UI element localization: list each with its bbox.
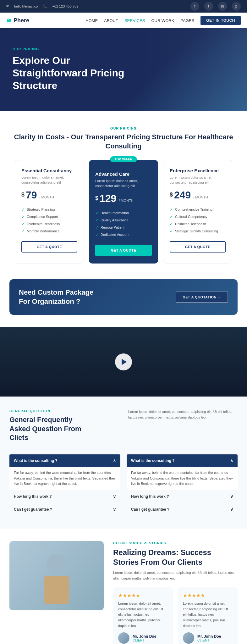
test-text-2: Lorem ipsum dolor sit amet, consectetur … bbox=[183, 601, 233, 629]
faq-item-5: Can I get guarantee ? ∨ bbox=[9, 503, 120, 516]
faq-question-2[interactable]: What is the consulting ? ∧ bbox=[127, 454, 238, 467]
quote-button-3[interactable]: GET A QUOTE bbox=[170, 241, 226, 253]
faq-question-6[interactable]: Can I get guarantee ? ∨ bbox=[127, 503, 238, 516]
faq-question-5[interactable]: Can I get guarantee ? ∨ bbox=[9, 503, 120, 516]
get-in-touch-button[interactable]: GET IN TOUCH bbox=[200, 16, 241, 25]
check-icon: ✓ bbox=[95, 225, 99, 230]
test-author-1: Mr. John Doe CLIENT bbox=[118, 632, 168, 644]
test-author-info-2: Mr. John Doe CLIENT bbox=[197, 634, 221, 642]
card-name-1: Essential Consultancy bbox=[21, 168, 77, 173]
nav: ≋ Phere HOME ABOUT SERVICES OUR WORK PAG… bbox=[0, 13, 247, 28]
nav-about[interactable]: ABOUT bbox=[104, 18, 118, 23]
check-icon: ✓ bbox=[21, 229, 25, 234]
faq-item-2: What is the consulting ? ∧ Far far away,… bbox=[127, 454, 238, 490]
test-card-1: ★★★★★ Lorem ipsum dolor sit amet, consec… bbox=[113, 587, 173, 644]
check-icon: ✓ bbox=[21, 214, 25, 219]
faq-question-3[interactable]: How long this work ? ∨ bbox=[9, 490, 120, 503]
test-cards: ★★★★★ Lorem ipsum dolor sit amet, consec… bbox=[113, 587, 238, 644]
test-text-1: Lorem ipsum dolor sit amet, consectetur … bbox=[118, 601, 168, 629]
hero-bg bbox=[140, 28, 247, 111]
custom-banner: Need Custom Package For Organization ? G… bbox=[9, 279, 238, 315]
chevron-down-icon: ∨ bbox=[113, 507, 116, 512]
feature-2-3: ✓Remote Patient bbox=[95, 224, 152, 231]
pricing-cards: Essential Consultancy Lorem ipsum dolor … bbox=[9, 160, 238, 264]
top-bar: ✉ hello@email.co 📞 +62 123 456 789 f t i… bbox=[0, 0, 247, 13]
nav-work[interactable]: OUR WORK bbox=[151, 18, 174, 23]
get-quotation-button[interactable]: GET A QUOTATION → bbox=[176, 291, 228, 303]
quote-button-1[interactable]: GET A QUOTE bbox=[21, 241, 77, 253]
test-author-2: Mr. John Doe CLIENT bbox=[183, 632, 233, 644]
nav-logo[interactable]: ≋ Phere bbox=[6, 17, 29, 24]
check-icon: ✓ bbox=[21, 222, 25, 226]
features-2: ✓Health Information ✓Quality Assurance ✓… bbox=[95, 209, 152, 238]
card-name-2: Advanced Care bbox=[95, 171, 152, 177]
test-role-2: CLIENT bbox=[197, 639, 221, 642]
chevron-down-icon: ∨ bbox=[113, 494, 116, 499]
play-button[interactable] bbox=[115, 353, 132, 370]
pricing-card-essential: Essential Consultancy Lorem ipsum dolor … bbox=[15, 160, 84, 264]
stars-1: ★★★★★ bbox=[118, 592, 168, 598]
card-desc-1: Lorem ipsum dolor sit amet, consectetur … bbox=[21, 175, 77, 185]
nav-home[interactable]: HOME bbox=[85, 18, 98, 23]
check-icon: ✓ bbox=[170, 214, 173, 219]
faq-answer-1: Far far away, behind the word mountains,… bbox=[9, 467, 120, 490]
check-icon: ✓ bbox=[21, 207, 25, 212]
faq-col-left: What is the consulting ? ∧ Far far away,… bbox=[9, 454, 120, 516]
pricing-tag: OUR PRICING bbox=[9, 126, 238, 130]
card-desc-3: Lorem ipsum dolor sit amet, consectetur … bbox=[170, 175, 226, 185]
faq-col-right: What is the consulting ? ∧ Far far away,… bbox=[127, 454, 238, 516]
faq-answer-2: Far far away, behind the word mountains,… bbox=[127, 467, 238, 490]
feature-1-3: ✓Telehealth Readiness bbox=[21, 220, 77, 228]
feature-3-4: ✓Strategic Growth Consulting bbox=[170, 228, 226, 235]
top-email: hello@email.co bbox=[14, 4, 38, 8]
faq-title: General Frequently Asked Question From C… bbox=[9, 415, 85, 442]
faq-desc: Lorem ipsum dolor sit amet, consectetur … bbox=[128, 409, 238, 420]
pricing-card-advanced: TOP OFFER Advanced Care Lorem ipsum dolo… bbox=[89, 160, 158, 264]
feature-1-2: ✓Compliance Support bbox=[21, 213, 77, 220]
nav-services[interactable]: SERVICES bbox=[124, 18, 145, 23]
play-triangle-icon bbox=[122, 359, 127, 365]
currency-3: $ bbox=[170, 192, 173, 198]
faq-right: Lorem ipsum dolor sit amet, consectetur … bbox=[128, 409, 238, 447]
email-icon: ✉ bbox=[6, 4, 9, 8]
price-1: 79 bbox=[26, 189, 37, 201]
testimonials-layout: CLIENT SUCCESS STORIES Realizing Dreams:… bbox=[9, 541, 238, 644]
stars-2: ★★★★★ bbox=[183, 592, 233, 598]
custom-banner-title: Need Custom Package For Organization ? bbox=[19, 288, 101, 306]
person-illustration bbox=[38, 547, 75, 604]
linkedin-icon[interactable]: in bbox=[218, 2, 227, 11]
test-card-2: ★★★★★ Lorem ipsum dolor sit amet, consec… bbox=[178, 587, 238, 644]
feature-2-4: ✓Dedicated Account bbox=[95, 231, 152, 238]
feature-3-1: ✓Comprehensive Training bbox=[170, 206, 226, 213]
svg-point-0 bbox=[47, 554, 66, 573]
features-1: ✓Strategic Planning ✓Compliance Support … bbox=[21, 206, 77, 235]
faq-item-3: How long this work ? ∨ bbox=[9, 490, 120, 503]
faq-item-6: Can I get guarantee ? ∨ bbox=[127, 503, 238, 516]
price-row-2: $ 129 / MONTH bbox=[95, 193, 152, 204]
quote-button-2[interactable]: GET A QUOTE bbox=[95, 245, 152, 256]
twitter-icon[interactable]: t bbox=[204, 2, 213, 11]
phone-icon: 📞 bbox=[43, 4, 47, 8]
feature-2-1: ✓Health Information bbox=[95, 209, 152, 217]
card-name-3: Enterprise Excellence bbox=[170, 168, 226, 173]
test-role-1: CLIENT bbox=[133, 639, 156, 642]
pricing-card-enterprise: Enterprise Excellence Lorem ipsum dolor … bbox=[163, 160, 232, 264]
price-2: 129 bbox=[100, 193, 116, 204]
features-3: ✓Comprehensive Training ✓Cultural Compet… bbox=[170, 206, 226, 235]
faq-question-1[interactable]: What is the consulting ? ∧ bbox=[9, 454, 120, 467]
test-image bbox=[9, 541, 104, 610]
feature-1-1: ✓Strategic Planning bbox=[21, 206, 77, 213]
price-3: 249 bbox=[174, 189, 191, 201]
pinterest-icon[interactable]: p bbox=[232, 2, 241, 11]
pricing-title: Clarity In Costs - Our Transparent Prici… bbox=[9, 133, 238, 151]
period-2: / MONTH bbox=[119, 199, 133, 203]
hero-title: Explore Our Straightforward Pricing Stru… bbox=[13, 54, 145, 92]
testimonials-image bbox=[9, 541, 104, 644]
feature-3-3: ✓Unlimited Telehealth bbox=[170, 220, 226, 228]
avatar-1 bbox=[118, 632, 129, 644]
check-icon: ✓ bbox=[95, 232, 99, 237]
logo-icon: ≋ bbox=[6, 17, 12, 24]
facebook-icon[interactable]: f bbox=[190, 2, 199, 11]
faq-question-4[interactable]: How long this work ? ∨ bbox=[127, 490, 238, 503]
nav-pages[interactable]: PAGES bbox=[180, 18, 194, 23]
